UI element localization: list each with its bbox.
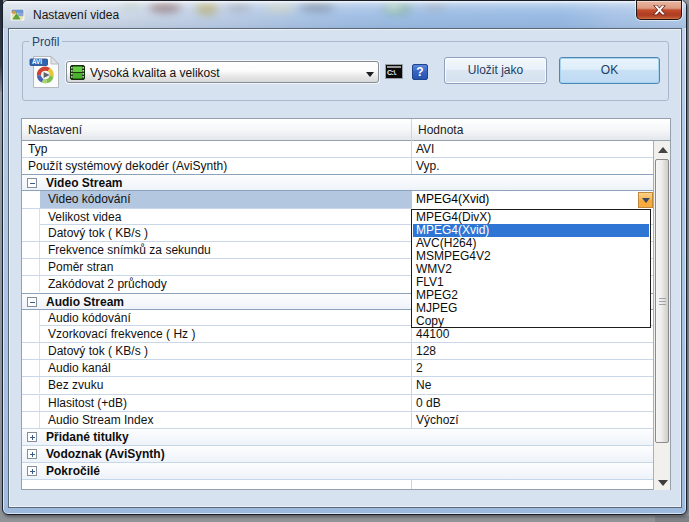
svg-text:AVI: AVI [32, 58, 42, 65]
